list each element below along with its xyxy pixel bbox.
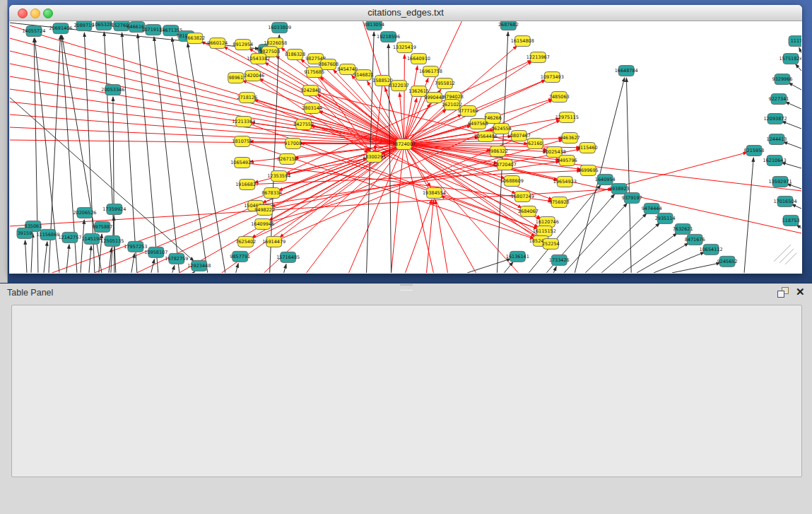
graph-edge[interactable]: [66, 245, 69, 273]
float-panel-icon[interactable]: [777, 287, 789, 298]
graph-edge[interactable]: [796, 64, 801, 71]
graph-node[interactable]: 15751824: [779, 54, 801, 64]
close-panel-icon[interactable]: ✕: [796, 286, 805, 298]
graph-node[interactable]: 9474444: [642, 203, 662, 214]
graph-edge[interactable]: [138, 34, 158, 273]
graph-edge[interactable]: [744, 158, 753, 273]
graph-node[interactable]: 1244413: [767, 134, 787, 145]
graph-edge[interactable]: [31, 233, 33, 273]
graph-node[interactable]: 1733426: [549, 255, 570, 265]
graph-node[interactable]: 13592971: [769, 176, 792, 187]
graph-node[interactable]: 8678334: [261, 187, 282, 198]
graph-node[interactable]: 9463627: [560, 133, 580, 144]
graph-edge[interactable]: [654, 252, 705, 273]
graph-node[interactable]: 12142757: [58, 232, 81, 243]
graph-node[interactable]: 16782759: [165, 253, 188, 264]
graph-node[interactable]: 98961: [228, 73, 244, 83]
window-titlebar[interactable]: citations_edges.txt: [9, 5, 802, 21]
graph-edge[interactable]: [172, 37, 207, 273]
graph-edge[interactable]: [782, 122, 801, 129]
network-canvas[interactable]: 1872400714055724206914062089719106532871…: [10, 21, 801, 273]
graph-node[interactable]: 1640954: [595, 174, 616, 185]
graph-node[interactable]: 2089719: [73, 21, 94, 31]
graph-node[interactable]: 16154808: [511, 36, 534, 47]
graph-node[interactable]: 9756928: [549, 197, 570, 207]
graph-node[interactable]: 917008: [284, 139, 302, 149]
graph-node[interactable]: 9146821: [353, 70, 374, 81]
graph-node[interactable]: 15716485: [276, 252, 300, 262]
graph-edge[interactable]: [392, 144, 404, 273]
graph-node[interactable]: 9975887: [92, 221, 112, 232]
graph-node[interactable]: 9777169: [458, 106, 478, 117]
graph-node[interactable]: 7955812: [435, 78, 455, 89]
graph-edge[interactable]: [81, 220, 84, 273]
graph-node[interactable]: 118753: [782, 215, 800, 226]
graph-edge[interactable]: [25, 240, 27, 273]
graph-edge[interactable]: [284, 264, 286, 272]
graph-node[interactable]: 7485063: [549, 92, 570, 103]
graph-edge[interactable]: [467, 259, 510, 273]
graph-edge[interactable]: [154, 37, 180, 273]
graph-node[interactable]: 9242848: [300, 86, 321, 96]
graph-edge[interactable]: [783, 141, 801, 148]
graph-node[interactable]: 9699695: [578, 165, 599, 175]
graph-node[interactable]: 17359924: [102, 204, 126, 214]
graph-node[interactable]: 6497568: [468, 119, 488, 129]
graph-node[interactable]: 16648784: [615, 66, 638, 76]
graph-node[interactable]: 9857791: [230, 251, 250, 262]
graph-edge[interactable]: [10, 38, 404, 144]
graph-node[interactable]: 2687682: [498, 21, 519, 30]
graph-edge[interactable]: [787, 184, 801, 189]
graph-edge[interactable]: [122, 33, 136, 273]
graph-node[interactable]: 7986322: [488, 146, 508, 157]
graph-node[interactable]: 9379197: [622, 192, 642, 203]
graph-edge[interactable]: [286, 144, 404, 174]
graph-node[interactable]: 8912954: [233, 40, 253, 50]
graph-edge[interactable]: [626, 78, 631, 273]
graph-node[interactable]: 39159: [17, 228, 33, 238]
graph-edge[interactable]: [236, 264, 238, 273]
graph-node[interactable]: 16961758: [419, 66, 442, 77]
graph-node[interactable]: 19654923: [553, 176, 577, 187]
graph-edge[interactable]: [404, 54, 405, 144]
graph-node[interactable]: 19218596: [377, 32, 400, 42]
graph-node[interactable]: 7625402: [235, 236, 256, 247]
graph-node[interactable]: 7632621: [673, 223, 693, 234]
graph-node[interactable]: 9660124: [207, 38, 228, 49]
graph-node[interactable]: 9245652: [717, 256, 738, 267]
graph-edge[interactable]: [187, 43, 225, 273]
graph-node[interactable]: 8186328: [285, 49, 305, 60]
graph-node[interactable]: 2684067: [518, 206, 539, 216]
graph-node[interactable]: 2718126: [237, 93, 257, 103]
graph-edge[interactable]: [672, 263, 720, 273]
network-view-window[interactable]: citations_edges.txt 18724007140557242069…: [9, 5, 802, 274]
graph-edge[interactable]: [399, 93, 404, 144]
graph-edge[interactable]: [44, 242, 47, 273]
graph-edge[interactable]: [799, 47, 801, 53]
graph-node[interactable]: 2803144: [302, 103, 322, 114]
graph-node[interactable]: 8427552: [293, 119, 314, 130]
graph-node[interactable]: 19166827: [235, 179, 259, 189]
graph-edge[interactable]: [789, 83, 801, 90]
graph-edge[interactable]: [553, 267, 556, 273]
graph-node[interactable]: 1810755: [232, 136, 252, 147]
graph-node[interactable]: 62160: [527, 139, 543, 149]
graph-node[interactable]: 12093872: [764, 114, 787, 124]
graph-node[interactable]: 9498222: [254, 204, 275, 215]
graph-node[interactable]: 10688609: [500, 175, 524, 186]
graph-edge[interactable]: [272, 80, 546, 193]
graph-node[interactable]: 9495796: [557, 155, 577, 165]
graph-edge[interactable]: [172, 265, 175, 272]
graph-edge[interactable]: [441, 196, 541, 241]
graph-edge[interactable]: [404, 144, 801, 233]
graph-node[interactable]: 16210643: [763, 155, 787, 165]
graph-node[interactable]: 20691406: [49, 23, 72, 34]
graph-node[interactable]: 2935114: [655, 213, 676, 223]
graph-edge[interactable]: [404, 66, 418, 144]
graph-node[interactable]: 20206526: [73, 207, 96, 218]
graph-node[interactable]: 8215958: [744, 146, 765, 156]
graph-edge[interactable]: [585, 214, 647, 273]
graph-edge[interactable]: [10, 115, 404, 144]
graph-node[interactable]: 1145194: [81, 233, 102, 244]
graph-node[interactable]: 7663822: [184, 33, 205, 44]
